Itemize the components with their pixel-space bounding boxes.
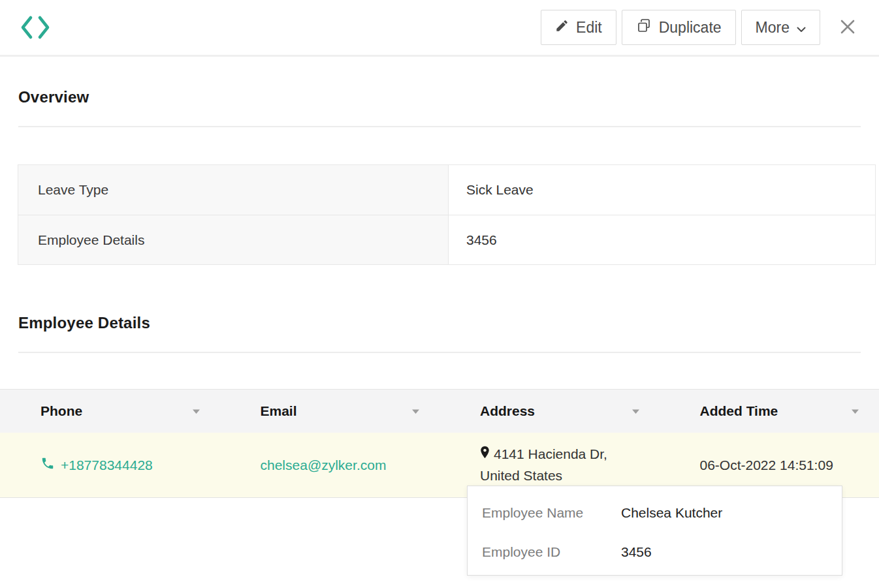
table-row: Leave Type Sick Leave	[18, 165, 875, 215]
section-divider	[18, 126, 861, 127]
location-pin-icon	[480, 443, 490, 465]
table-header-row: Phone Email Address Added Time	[0, 389, 879, 433]
address-text-line1: 4141 Hacienda Dr,	[494, 443, 607, 465]
employee-details-section-title: Employee Details	[18, 314, 861, 332]
phone-handset-icon	[40, 456, 55, 474]
close-x-icon	[839, 18, 857, 38]
popup-field-label: Employee Name	[482, 505, 621, 521]
more-button-label: More	[756, 19, 790, 37]
field-label-leave-type: Leave Type	[18, 165, 449, 215]
triangle-down-icon[interactable]	[411, 405, 420, 417]
field-value-leave-type: Sick Leave	[449, 165, 875, 215]
overview-section-header: Overview	[18, 88, 861, 127]
table-row: Employee Details 3456	[18, 215, 875, 264]
toolbar-actions: Edit Duplicate More	[541, 10, 859, 45]
column-header-label: Address	[480, 403, 535, 419]
column-header-label: Phone	[40, 403, 82, 419]
overview-table: Leave Type Sick Leave Employee Details 3…	[18, 164, 876, 265]
close-button[interactable]	[836, 15, 859, 40]
email-link[interactable]: chelsea@zylker.com	[261, 457, 387, 473]
address-text-line2: United States	[480, 468, 562, 483]
top-toolbar: Edit Duplicate More	[0, 0, 879, 57]
record-detail-page: Edit Duplicate More	[0, 0, 879, 588]
triangle-down-icon[interactable]	[631, 405, 640, 417]
added-time-value: 06-Oct-2022 14:51:09	[700, 457, 833, 473]
copy-pages-icon	[636, 18, 652, 37]
popup-row: Employee Name Chelsea Kutcher	[468, 493, 842, 533]
edit-button[interactable]: Edit	[541, 10, 616, 45]
column-header-email[interactable]: Email	[220, 390, 440, 433]
address-line1: 4141 Hacienda Dr,	[480, 443, 633, 465]
section-divider	[18, 352, 861, 353]
field-value-employee-details: 3456	[449, 215, 875, 264]
email-cell: chelsea@zylker.com	[220, 433, 440, 497]
column-header-label: Email	[261, 403, 297, 419]
column-header-phone[interactable]: Phone	[0, 390, 220, 433]
column-header-added-time[interactable]: Added Time	[660, 390, 879, 433]
popup-field-value: Chelsea Kutcher	[621, 505, 722, 521]
phone-link[interactable]: +18778344428	[61, 457, 153, 473]
employee-details-section-header: Employee Details	[18, 314, 861, 353]
employee-lookup-popup: Employee Name Chelsea Kutcher Employee I…	[467, 486, 842, 576]
popup-field-value: 3456	[621, 544, 652, 560]
column-header-label: Added Time	[700, 403, 778, 419]
edit-button-label: Edit	[576, 19, 602, 37]
popup-field-label: Employee ID	[482, 544, 621, 560]
popup-row: Employee ID 3456	[468, 533, 842, 572]
chevron-down-icon	[797, 19, 806, 37]
code-brackets-icon	[20, 15, 51, 40]
more-button[interactable]: More	[741, 10, 820, 45]
triangle-down-icon[interactable]	[851, 405, 859, 417]
triangle-down-icon[interactable]	[192, 405, 200, 417]
duplicate-button-label: Duplicate	[659, 19, 722, 37]
phone-cell: +18778344428	[0, 433, 220, 497]
duplicate-button[interactable]: Duplicate	[622, 10, 736, 45]
field-label-employee-details: Employee Details	[18, 215, 449, 264]
employee-details-table: Phone Email Address Added Time	[0, 389, 879, 498]
overview-section-title: Overview	[18, 88, 861, 106]
column-header-address[interactable]: Address	[440, 390, 660, 433]
pencil-icon	[555, 19, 569, 37]
